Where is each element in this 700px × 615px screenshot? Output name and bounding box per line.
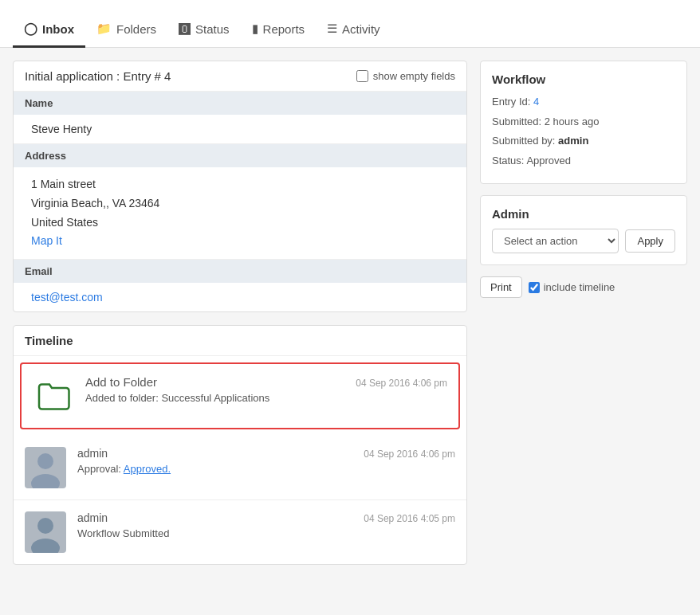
avatar-admin-1 [25, 447, 66, 488]
folder-icon-large [36, 381, 71, 411]
folder-icon: 📁 [96, 22, 112, 36]
admin-action-row: Select an action Apply [492, 229, 675, 253]
workflow-status: Status: Approved [492, 153, 675, 169]
address-section: Address 1 Main street Virginia Beach,, V… [14, 144, 466, 260]
timeline-approval-detail: Approval: Approved. [77, 463, 455, 475]
timeline-approval-date: 04 Sep 2016 4:06 pm [364, 449, 455, 460]
tab-reports[interactable]: ▮ Reports [241, 12, 317, 48]
include-timeline-label[interactable]: include timeline [529, 281, 615, 293]
person-svg-2 [25, 511, 66, 553]
timeline-submitted-content: admin 04 Sep 2016 4:05 pm Workflow Submi… [77, 511, 455, 539]
approval-link[interactable]: Approved. [124, 463, 171, 475]
entry-id-link[interactable]: 4 [533, 96, 539, 108]
inbox-icon: ◯ [24, 22, 37, 36]
workflow-card: Workflow Entry Id: 4 Submitted: 2 hours … [480, 61, 687, 184]
tab-reports-label: Reports [263, 22, 305, 36]
email-section: Email test@test.com [14, 260, 466, 311]
email-link[interactable]: test@test.com [31, 291, 103, 304]
timeline-submitted-user: admin [77, 511, 108, 524]
timeline-header: Timeline [14, 326, 466, 356]
timeline-item-approval: admin 04 Sep 2016 4:06 pm Approval: Appr… [14, 436, 466, 500]
timeline-submitted-date: 04 Sep 2016 4:05 pm [364, 513, 455, 524]
apply-button[interactable]: Apply [625, 229, 675, 253]
tab-inbox[interactable]: ◯ Inbox [13, 12, 85, 48]
entry-card: Initial application : Entry # 4 show emp… [13, 61, 467, 312]
address-line-3: United States [31, 213, 449, 233]
svg-point-1 [31, 474, 60, 488]
tab-status[interactable]: 🅾 Status [167, 13, 241, 48]
print-row: Print include timeline [480, 276, 687, 298]
entry-header: Initial application : Entry # 4 show emp… [14, 61, 466, 92]
timeline-folder-content: Add to Folder 04 Sep 2016 4:06 pm Added … [85, 375, 447, 404]
admin-title: Admin [492, 207, 675, 221]
include-timeline-checkbox[interactable] [529, 282, 540, 293]
address-label: Address [14, 144, 466, 167]
print-button[interactable]: Print [480, 276, 522, 298]
avatar-admin-2 [25, 511, 66, 553]
timeline-folder-action: Add to Folder [85, 375, 157, 389]
timeline-folder-detail: Added to folder: Successful Applications [85, 392, 447, 404]
timeline-approval-content: admin 04 Sep 2016 4:06 pm Approval: Appr… [77, 447, 455, 475]
address-line-2: Virginia Beach,, VA 23464 [31, 194, 449, 213]
svg-point-3 [31, 539, 60, 553]
workflow-submitted-by: Submitted by: admin [492, 133, 675, 149]
map-it-link[interactable]: Map It [31, 232, 449, 251]
timeline-approval-user: admin [77, 447, 108, 460]
top-nav: ◯ Inbox 📁 Folders 🅾 Status ▮ Reports ☰ A… [0, 0, 700, 48]
right-panel: Workflow Entry Id: 4 Submitted: 2 hours … [480, 61, 687, 565]
tab-folders-label: Folders [116, 22, 156, 36]
show-empty-label: show empty fields [373, 70, 455, 82]
name-value: Steve Henty [14, 115, 466, 143]
workflow-entry-id: Entry Id: 4 [492, 94, 675, 110]
tab-activity[interactable]: ☰ Activity [316, 12, 391, 48]
admin-card: Admin Select an action Apply [480, 195, 687, 265]
folder-icon-wrapper [33, 375, 74, 417]
name-label: Name [14, 92, 466, 115]
email-label: Email [14, 260, 466, 283]
show-empty-checkbox[interactable] [356, 70, 368, 82]
email-value: test@test.com [14, 283, 466, 311]
status-icon: 🅾 [179, 22, 191, 36]
main-layout: Initial application : Entry # 4 show emp… [0, 48, 700, 578]
address-value: 1 Main street Virginia Beach,, VA 23464 … [14, 167, 466, 259]
name-section: Name Steve Henty [14, 92, 466, 144]
action-select[interactable]: Select an action [492, 229, 619, 253]
tab-folders[interactable]: 📁 Folders [85, 12, 167, 48]
entry-title: Initial application : Entry # 4 [25, 69, 171, 83]
bar-chart-icon: ▮ [252, 22, 258, 36]
timeline-submitted-detail: Workflow Submitted [77, 527, 455, 539]
address-line-1: 1 Main street [31, 175, 449, 194]
tab-status-label: Status [195, 22, 230, 36]
tab-activity-label: Activity [342, 22, 380, 36]
svg-point-2 [37, 518, 53, 534]
timeline-item-folder: Add to Folder 04 Sep 2016 4:06 pm Added … [20, 362, 460, 429]
left-panel: Initial application : Entry # 4 show emp… [13, 61, 467, 565]
status-value: Approved [526, 155, 571, 166]
list-icon: ☰ [327, 22, 337, 36]
timeline-card: Timeline Add to Folder 04 Sep 2016 4:06 … [13, 325, 467, 565]
tab-inbox-label: Inbox [42, 22, 74, 36]
submitted-by-value: admin [558, 135, 588, 147]
timeline-folder-date: 04 Sep 2016 4:06 pm [356, 378, 447, 389]
workflow-title: Workflow [492, 72, 675, 86]
show-empty-fields[interactable]: show empty fields [356, 70, 455, 82]
timeline-item-submitted: admin 04 Sep 2016 4:05 pm Workflow Submi… [14, 500, 466, 564]
workflow-submitted: Submitted: 2 hours ago [492, 114, 675, 130]
person-svg-1 [25, 447, 66, 488]
svg-point-0 [37, 453, 53, 469]
